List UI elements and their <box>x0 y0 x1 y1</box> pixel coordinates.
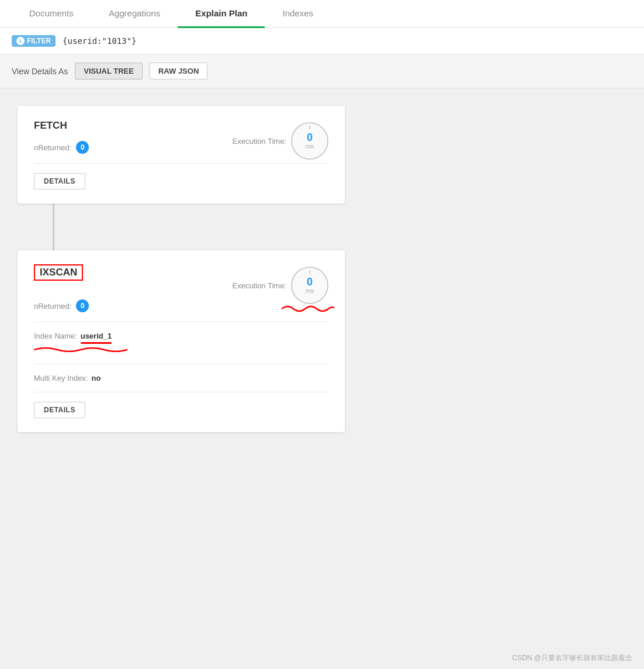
view-bar: View Details As VISUAL TREE RAW JSON <box>0 54 644 88</box>
fetch-exec-time-label: Execution Time: <box>233 137 287 146</box>
ixscan-multikey-label: Multi Key Index: <box>34 374 88 382</box>
fetch-clock-circle: 0 ms <box>291 122 328 160</box>
tab-documents[interactable]: Documents <box>12 0 91 28</box>
fetch-divider <box>34 163 328 164</box>
tab-explain-plan[interactable]: Explain Plan <box>178 0 265 28</box>
view-raw-json-button[interactable]: RAW JSON <box>150 63 207 80</box>
ixscan-index-name-label: Index Name: <box>34 332 77 340</box>
ixscan-multikey-value: no <box>92 374 101 382</box>
tab-aggregations[interactable]: Aggregations <box>91 0 178 28</box>
fetch-card: FETCH nReturned: 0 Execution Time: 0 ms … <box>18 106 345 204</box>
squiggle-annotation <box>282 303 334 315</box>
underline-annotation <box>34 344 328 354</box>
ixscan-divider-3 <box>34 392 328 392</box>
fetch-nreturned-value: 0 <box>76 141 89 154</box>
ixscan-clock-wrapper: 0 ms <box>291 267 328 304</box>
ixscan-card: IXSCAN nReturned: 0 Execution Time: 0 ms… <box>18 250 345 432</box>
ixscan-details-button[interactable]: DETAILS <box>34 402 85 418</box>
fetch-nreturned-label: nReturned: <box>34 143 71 152</box>
fetch-exec-time-unit: ms <box>306 143 314 150</box>
ixscan-exec-time-unit: ms <box>306 287 314 294</box>
ixscan-index-name-row: Index Name: userid_1 <box>34 332 328 340</box>
tab-indexes[interactable]: Indexes <box>265 0 331 28</box>
ixscan-divider-1 <box>34 322 328 322</box>
fetch-exec-time-value: 0 <box>307 132 313 143</box>
ixscan-divider-2 <box>34 364 328 364</box>
view-details-label: View Details As <box>12 67 68 76</box>
ixscan-nreturned-label: nReturned: <box>34 302 71 311</box>
ixscan-nreturned-value: 0 <box>76 299 89 312</box>
bottom-credit: CSDN @只要名字够长就有笨比跟着念 <box>512 653 632 663</box>
view-visual-tree-button[interactable]: VISUAL TREE <box>75 63 143 80</box>
connector-line <box>53 204 54 250</box>
ixscan-card-title: IXSCAN <box>34 264 83 281</box>
filter-info-icon: i <box>16 37 25 45</box>
filter-badge[interactable]: i FILTER <box>12 35 56 47</box>
fetch-exec-time-section: Execution Time: 0 ms <box>233 122 329 160</box>
filter-bar: i FILTER {userid:"1013"} <box>0 28 644 54</box>
fetch-details-button[interactable]: DETAILS <box>34 173 85 189</box>
main-content: FETCH nReturned: 0 Execution Time: 0 ms … <box>0 88 644 615</box>
ixscan-exec-time-value: 0 <box>307 277 313 287</box>
ixscan-index-name-value: userid_1 <box>81 332 112 340</box>
filter-badge-label: FILTER <box>27 37 51 45</box>
tab-bar: Documents Aggregations Explain Plan Inde… <box>0 0 644 28</box>
ixscan-clock-circle: 0 ms <box>291 267 328 304</box>
ixscan-exec-time-label: Execution Time: <box>233 281 287 290</box>
filter-query: {userid:"1013"} <box>63 36 136 46</box>
red-underline-svg <box>34 345 127 352</box>
ixscan-multikey-row: Multi Key Index: no <box>34 374 328 382</box>
ixscan-exec-time-section: Execution Time: 0 ms <box>233 267 329 304</box>
